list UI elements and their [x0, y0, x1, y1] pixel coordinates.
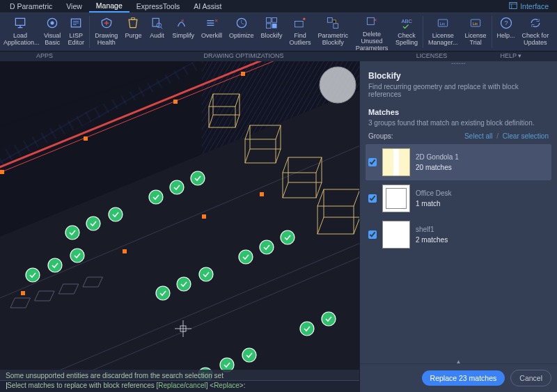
ribbon-license-trial[interactable]: LicLicenseTrial [462, 13, 490, 51]
group-checkbox[interactable] [368, 194, 377, 203]
outliers-icon [292, 15, 308, 31]
svg-rect-11 [272, 18, 277, 23]
group-item-shelf[interactable]: shelf1 2 matches [366, 217, 551, 253]
svg-rect-43 [202, 214, 206, 219]
svg-rect-38 [84, 136, 88, 141]
svg-point-80 [281, 230, 295, 244]
licmgr-icon: Lic [435, 15, 450, 31]
svg-rect-14 [295, 22, 303, 27]
drawing-viewport[interactable]: Some unsupported entities are discarded … [0, 61, 359, 392]
load-app-icon [13, 15, 28, 31]
interface-link[interactable]: Interface [509, 1, 554, 11]
svg-rect-41 [21, 291, 25, 295]
ribbon-license-manager[interactable]: LicLicenseManager... [425, 13, 462, 51]
lictrial-icon: Lic [468, 15, 483, 31]
ribbon-visual-basic[interactable]: VisualBasic [40, 13, 64, 51]
svg-point-71 [191, 171, 205, 185]
svg-rect-44 [260, 192, 264, 196]
ribbon-load-application[interactable]: LoadApplication... [0, 13, 40, 51]
menu-parametric[interactable]: D Parametric [3, 1, 59, 12]
command-prompt[interactable]: Select matches to replace with block ref… [0, 380, 359, 392]
ribbon-lisp-editor[interactable]: LISPEditor [64, 13, 88, 51]
svg-text:Lic: Lic [473, 22, 478, 26]
help-icon: ? [499, 15, 514, 31]
interface-link-label: Interface [520, 2, 549, 10]
svg-rect-12 [266, 24, 271, 29]
clear-selection-link[interactable]: Clear selection [503, 132, 549, 140]
replace-matches-button[interactable]: Replace 23 matches [422, 370, 505, 386]
svg-rect-0 [510, 3, 517, 9]
svg-point-15 [303, 18, 305, 20]
svg-point-5 [51, 22, 54, 25]
svg-rect-18 [367, 17, 374, 24]
ribbon-blockify[interactable]: Blockify [257, 13, 285, 51]
group-thumbnail [382, 221, 410, 249]
optimize-icon [234, 15, 249, 31]
collapse-caret-icon[interactable]: ▲ [456, 359, 462, 365]
groups-label: Groups: [368, 132, 393, 140]
svg-rect-42 [123, 249, 127, 253]
group-thumbnail [382, 185, 410, 212]
svg-point-72 [170, 180, 184, 194]
blockify-icon [264, 15, 279, 31]
ribbon-drawing-health[interactable]: DrawingHealth [91, 13, 121, 51]
svg-point-86 [322, 312, 336, 326]
command-line[interactable]: Some unsupported entities are discarded … [0, 370, 359, 392]
audit-icon [149, 15, 164, 31]
group-name: 2D Gondola 1 [416, 153, 459, 161]
ribbon-help[interactable]: ?Help... [494, 13, 519, 51]
group-item-gondola[interactable]: 2D Gondola 1 20 matches [366, 144, 551, 180]
menu-expresstools[interactable]: ExpressTools [130, 1, 187, 12]
ribbon-audit[interactable]: Audit [145, 13, 168, 51]
menu-view[interactable]: View [59, 1, 89, 12]
svg-point-73 [149, 190, 163, 204]
group-item-office-desk[interactable]: Office Desk 1 match [366, 180, 551, 217]
svg-point-76 [65, 226, 79, 240]
group-thumbnail [382, 148, 410, 176]
panel-apps[interactable]: APPS [0, 52, 89, 61]
panel-help[interactable]: HELP ▾ [465, 52, 557, 61]
group-checkbox[interactable] [368, 158, 377, 166]
menu-ai-assist[interactable]: AI Assist [187, 1, 228, 12]
cancel-button[interactable]: Cancel [510, 370, 551, 386]
vb-icon [45, 15, 60, 31]
group-count: 20 matches [416, 164, 459, 171]
command-history-line: Some unsupported entities are discarded … [0, 370, 359, 380]
spell-icon: ABC [399, 15, 414, 31]
ribbon-parametric-blockify[interactable]: ParametricBlockify [314, 13, 352, 51]
purge-icon [125, 15, 141, 31]
svg-rect-40 [241, 72, 245, 76]
ribbon-optimize[interactable]: Optimize [226, 13, 258, 51]
menu-manage[interactable]: Manage [89, 0, 130, 13]
svg-point-75 [86, 217, 100, 230]
ribbon-purge[interactable]: Purge [121, 13, 145, 51]
svg-point-88 [242, 348, 256, 362]
svg-rect-7 [153, 18, 159, 26]
svg-text:ABC: ABC [402, 18, 413, 24]
panel-description: Find recurring geometry and replace it w… [368, 83, 549, 98]
svg-point-82 [239, 250, 253, 264]
svg-rect-3 [15, 18, 24, 25]
svg-rect-13 [272, 24, 277, 29]
drawing-canvas [0, 61, 359, 392]
group-list: 2D Gondola 1 20 matches Office Desk 1 ma… [360, 144, 557, 363]
svg-rect-37 [0, 170, 4, 174]
ribbon-simplify[interactable]: Simplify [168, 13, 198, 51]
group-name: shelf1 [416, 226, 448, 233]
group-checkbox[interactable] [368, 230, 377, 239]
health-icon [99, 15, 114, 31]
ribbon-overkill[interactable]: Overkill [198, 13, 226, 51]
panel-drawing-optimizations[interactable]: DRAWING OPTIMIZATIONS [89, 52, 398, 61]
ribbon: LoadApplication... VisualBasic LISPEdito… [0, 13, 557, 52]
svg-point-78 [48, 258, 62, 272]
menu-bar: D Parametric View Manage ExpressTools AI… [0, 0, 557, 13]
ribbon-check-spelling[interactable]: ABCCheckSpelling [392, 13, 421, 51]
select-all-link[interactable]: Select all [464, 132, 493, 140]
svg-point-79 [70, 249, 84, 262]
ribbon-find-outliers[interactable]: FindOutliers [285, 13, 314, 51]
delparams-icon [364, 15, 379, 29]
ribbon-delete-unused-params[interactable]: Delete UnusedParameters [352, 13, 392, 51]
ribbon-check-updates[interactable]: Check forUpdates [519, 13, 553, 51]
svg-text:?: ? [504, 19, 508, 26]
group-count: 1 match [416, 200, 452, 207]
